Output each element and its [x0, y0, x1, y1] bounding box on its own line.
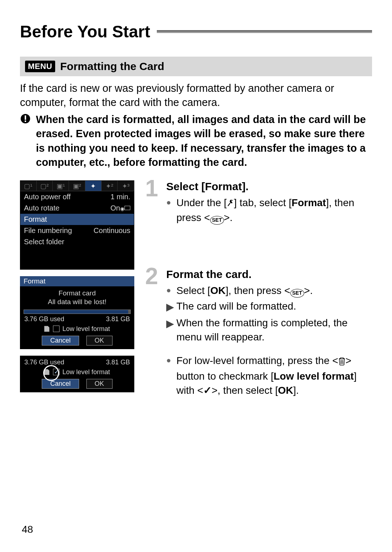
warning-block: When the card is formatted, all images a…: [20, 113, 372, 169]
warning-text: When the card is formatted, all images a…: [36, 113, 372, 169]
result-arrow-icon: ▶: [166, 299, 173, 314]
title-rule: [157, 30, 372, 33]
format-line2: All data will be lost!: [24, 298, 131, 306]
camera-icon: ◉: [120, 206, 124, 212]
menu-row-label: Auto rotate: [24, 204, 60, 212]
format-used: 3.76 GB used: [24, 359, 64, 366]
result-arrow-icon: ▶: [166, 316, 173, 344]
menu-tab-setup3: ✦³: [118, 181, 134, 191]
format-total: 3.81 GB: [106, 359, 130, 366]
menu-row: Select folder: [20, 236, 134, 248]
menu-tab-camera2: ▢²: [37, 181, 53, 191]
menu-row-label: Format: [24, 215, 47, 224]
step-1: 1 Select [Format]. ● Under the [] tab, s…: [145, 180, 372, 225]
set-button-icon: SET: [210, 216, 224, 225]
camera-menu-screenshot: ▢¹ ▢² ▣¹ ▣² ✦ ✦² ✦³ Auto power off 1 min…: [20, 180, 134, 270]
step-number: 2: [145, 265, 158, 288]
cancel-button: Cancel: [42, 379, 79, 389]
step-number: 1: [145, 177, 158, 200]
format-line1: Format card: [24, 289, 131, 297]
menu-row-label: File numbering: [24, 226, 72, 235]
menu-tab-setup1: ✦: [85, 181, 102, 191]
wrench-icon: [227, 196, 234, 210]
page-number: 48: [22, 524, 33, 535]
menu-row-value: On◉: [110, 204, 130, 212]
low-level-label: Low level format: [62, 368, 110, 376]
menu-tab-camera1: ▢¹: [20, 181, 37, 191]
trash-icon: [338, 355, 346, 369]
sd-card-icon: [44, 369, 49, 375]
step-title: Format the card.: [166, 268, 372, 281]
format-usage-bar: [24, 310, 131, 314]
cancel-button: Cancel: [42, 336, 79, 345]
menu-row: Auto rotate On◉: [20, 203, 134, 214]
low-level-label: Low level format: [62, 325, 110, 333]
sd-card-icon: [44, 326, 49, 332]
menu-tab-setup2: ✦²: [102, 181, 118, 191]
svg-rect-2: [25, 120, 26, 122]
section-title: Formatting the Card: [60, 60, 164, 73]
check-icon: ✓: [203, 385, 212, 396]
intro-text: If the card is new or was previously for…: [20, 81, 372, 110]
menu-row-label: Select folder: [24, 238, 64, 246]
monitor-icon: [124, 206, 130, 210]
menu-tab-play2: ▣²: [69, 181, 85, 191]
format-dialog-title: Format: [20, 276, 134, 286]
menu-row: Auto power off 1 min.: [20, 191, 134, 203]
format-used: 3.76 GB used: [24, 315, 64, 323]
bullet-icon: ●: [166, 283, 173, 298]
menu-row-blank: [20, 248, 134, 258]
menu-row: File numbering Continuous: [20, 225, 134, 236]
warning-icon: [20, 113, 31, 169]
step2-bullet3: When the formatting is completed, the me…: [176, 316, 372, 344]
page-title-row: Before You Start: [20, 22, 372, 41]
menu-row-highlighted: Format: [20, 214, 134, 225]
format-dialog-screenshot: Format Format card All data will be lost…: [20, 276, 134, 349]
section-header: MENU Formatting the Card: [20, 57, 372, 76]
menu-tab-play1: ▣¹: [53, 181, 69, 191]
step2-bullet1: Select [OK], then press <SET>.: [176, 283, 372, 298]
step-title: Select [Format].: [166, 180, 372, 193]
low-level-checkbox-checked: [53, 369, 60, 375]
menu-row-value: Continuous: [94, 226, 130, 235]
menu-tabs: ▢¹ ▢² ▣¹ ▣² ✦ ✦² ✦³: [20, 181, 134, 191]
svg-rect-1: [25, 115, 26, 120]
step2-bullet4: For low-level formatting, press the <> b…: [176, 353, 372, 398]
menu-row-value: 1 min.: [111, 193, 130, 201]
format-total: 3.81 GB: [106, 315, 130, 323]
format-dialog-checked-screenshot: 3.76 GB used 3.81 GB Low level format Ca…: [20, 356, 134, 392]
svg-point-3: [232, 200, 232, 201]
menu-badge-icon: MENU: [25, 61, 55, 72]
ok-button: OK: [86, 379, 113, 389]
step-2: 2 Format the card. ● Select [OK], then p…: [145, 268, 372, 397]
menu-row-label: Auto power off: [24, 193, 71, 201]
bullet-icon: ●: [166, 196, 173, 225]
step1-bullet1: Under the [] tab, select [Format], then …: [176, 196, 372, 225]
menu-row-blank: [20, 258, 134, 269]
step2-bullet2: The card will be formatted.: [176, 299, 372, 314]
ok-button: OK: [86, 336, 113, 345]
bullet-icon: ●: [166, 353, 173, 398]
set-button-icon: SET: [290, 289, 304, 298]
page-title: Before You Start: [20, 22, 150, 41]
low-level-checkbox: [53, 326, 60, 332]
